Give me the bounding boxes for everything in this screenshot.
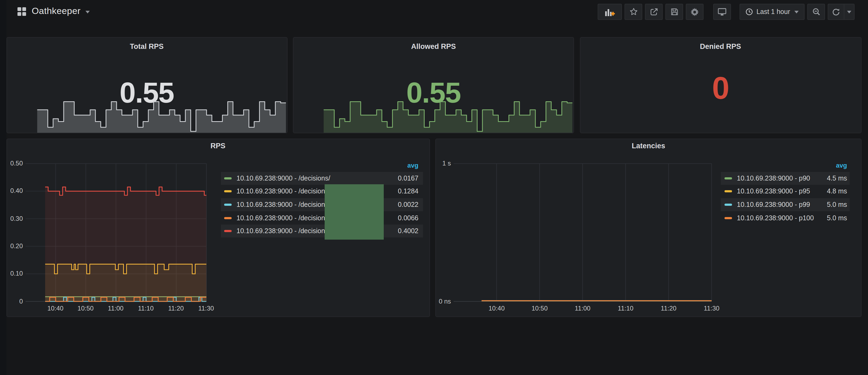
panel-total-rps: Total RPS 0.55: [6, 37, 287, 133]
panel-latencies-graph: Latencies 1 s0 ns10:4010:5011:0011:1011:…: [435, 138, 862, 317]
y-axis-tick: 0: [7, 298, 23, 305]
legend-avg-value: 5.0 ms: [804, 201, 847, 209]
settings-button[interactable]: [686, 4, 704, 20]
time-range-label: Last 1 hour: [756, 8, 790, 15]
title-caret-icon: [86, 11, 90, 13]
panel-denied-rps: Denied RPS 0: [580, 37, 861, 133]
legend-row[interactable]: 10.10.69.238:9000 - /decisions/0.1284: [221, 185, 423, 198]
dashboard-toolbar: Last 1 hour: [595, 4, 855, 20]
y-axis-tick: 0.10: [7, 270, 23, 277]
legend-row[interactable]: 10.10.69.238:9000 - /decisions/0.0022: [221, 198, 423, 211]
latencies-plot[interactable]: [436, 139, 861, 316]
tv-mode-icon: [718, 7, 727, 16]
legend-series-name[interactable]: 10.10.69.238:9000 - p90: [737, 175, 810, 182]
refresh-button[interactable]: [828, 4, 844, 20]
y-axis-tick: 0 ns: [436, 298, 451, 305]
panel-title[interactable]: Latencies: [436, 142, 861, 150]
legend-series-swatch[interactable]: [224, 230, 231, 232]
tv-mode-button[interactable]: [713, 4, 731, 20]
legend-series-swatch[interactable]: [224, 204, 231, 206]
sparkline: [7, 99, 286, 133]
y-axis-tick: 0.30: [7, 215, 23, 222]
x-axis-tick: 10:50: [74, 304, 97, 312]
x-axis-tick: 11:30: [194, 304, 218, 312]
time-range-picker[interactable]: Last 1 hour: [740, 4, 805, 20]
legend-avg-header[interactable]: avg: [386, 161, 418, 169]
share-icon: [650, 7, 658, 16]
refresh-icon: [832, 8, 840, 16]
star-button[interactable]: [625, 4, 643, 20]
dashboard-title-dropdown[interactable]: Oathkeeper: [17, 6, 90, 17]
x-axis-tick: 11:00: [571, 304, 594, 312]
save-icon: [670, 7, 679, 16]
legend-row[interactable]: 10.10.69.238:9000 - /decisions/0.0066: [221, 211, 423, 225]
legend-row[interactable]: 10.10.69.238:9000 - /decisions/0.0167: [221, 171, 423, 185]
x-axis-tick: 10:40: [43, 304, 67, 312]
legend-series-name[interactable]: 10.10.69.238:9000 - /decisions/: [237, 214, 330, 222]
x-axis-tick: 11:20: [657, 304, 680, 312]
top-navbar: Oathkeeper: [6, 0, 868, 24]
legend-row[interactable]: 10.10.69.238:9000 - /decisions/0.4002: [221, 225, 423, 238]
x-axis-tick: 11:10: [614, 304, 638, 312]
refresh-dropdown-caret-icon: [847, 10, 851, 13]
legend-series-swatch[interactable]: [224, 217, 231, 219]
dashboard-grid-icon: [17, 7, 26, 16]
panel-rps-graph: RPS 0.500.400.300.200.10010:4010:5011:00…: [6, 138, 430, 317]
legend-row[interactable]: 10.10.69.238:9000 - p954.8 ms: [721, 185, 850, 198]
legend-avg-value: 5.0 ms: [804, 214, 847, 222]
x-axis-tick: 10:40: [485, 304, 508, 312]
legend-series-name[interactable]: 10.10.69.238:9000 - /decisions/: [237, 227, 330, 235]
legend-avg-value: 4.5 ms: [804, 175, 847, 182]
legend-series-name[interactable]: 10.10.69.238:9000 - p99: [737, 201, 810, 209]
sparkline: [293, 99, 572, 133]
save-button[interactable]: [665, 4, 683, 20]
legend-row[interactable]: 10.10.69.238:9000 - p995.0 ms: [721, 198, 850, 211]
zoom-out-button[interactable]: [807, 4, 825, 20]
legend-series-swatch[interactable]: [224, 177, 231, 180]
x-axis-tick: 10:50: [528, 304, 552, 312]
zoom-out-icon: [812, 7, 820, 16]
legend-row[interactable]: 10.10.69.238:9000 - p904.5 ms: [721, 171, 850, 185]
legend-series-swatch[interactable]: [724, 177, 732, 180]
stat-value: 0: [580, 73, 861, 103]
left-sidebar-edge: [0, 0, 6, 375]
panel-title[interactable]: RPS: [7, 142, 429, 150]
share-button[interactable]: [645, 4, 663, 20]
page-title: Oathkeeper: [32, 6, 81, 17]
legend-series-swatch[interactable]: [224, 190, 231, 193]
panel-title[interactable]: Denied RPS: [580, 42, 861, 50]
legend-avg-value: 0.0167: [375, 175, 418, 182]
y-axis-tick: 0.50: [7, 160, 23, 167]
y-axis-tick: 0.20: [7, 242, 23, 250]
refresh-button-group: [828, 4, 855, 20]
y-axis-tick: 0.40: [7, 187, 23, 195]
x-axis-tick: 11:10: [134, 304, 158, 312]
grafana-dashboard: Oathkeeper: [0, 0, 868, 375]
y-axis-tick: 1 s: [436, 160, 451, 167]
add-panel-icon: [605, 7, 615, 17]
settings-icon: [690, 7, 700, 17]
legend-series-swatch[interactable]: [724, 190, 732, 193]
time-range-caret-icon: [794, 10, 799, 13]
legend-series-name[interactable]: 10.10.69.238:9000 - /decisions/: [237, 188, 330, 195]
legend-series-swatch[interactable]: [724, 204, 732, 206]
x-axis-tick: 11:20: [164, 304, 188, 312]
legend-series-swatch[interactable]: [724, 217, 732, 219]
x-axis-tick: 11:30: [700, 304, 723, 312]
panel-title[interactable]: Total RPS: [7, 42, 287, 50]
legend-avg-header[interactable]: avg: [815, 161, 847, 169]
legend-series-name[interactable]: 10.10.69.238:9000 - p100: [737, 214, 814, 222]
legend-series-name[interactable]: 10.10.69.238:9000 - p95: [737, 188, 810, 195]
legend-overlay-artifact: [324, 184, 384, 239]
legend-avg-value: 4.8 ms: [804, 188, 847, 195]
legend-series-name[interactable]: 10.10.69.238:9000 - /decisions/: [237, 201, 330, 209]
add-panel-button[interactable]: [598, 4, 622, 20]
panel-allowed-rps: Allowed RPS 0.55: [293, 37, 574, 133]
panel-title[interactable]: Allowed RPS: [293, 42, 574, 50]
legend-series-name[interactable]: 10.10.69.238:9000 - /decisions/: [237, 175, 330, 182]
legend-row[interactable]: 10.10.69.238:9000 - p1005.0 ms: [721, 211, 850, 225]
x-axis-tick: 11:00: [104, 304, 128, 312]
star-icon: [629, 7, 638, 16]
refresh-interval-dropdown[interactable]: [844, 4, 855, 20]
clock-icon: [746, 8, 753, 15]
